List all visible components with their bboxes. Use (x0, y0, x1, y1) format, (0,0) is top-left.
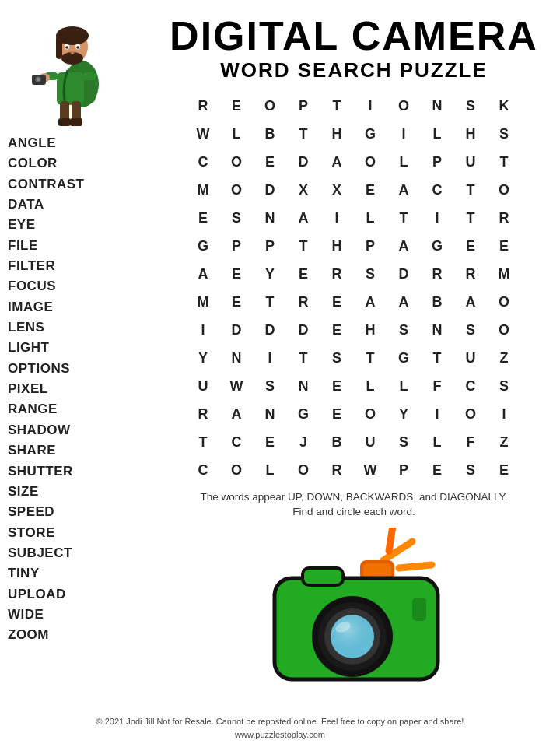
grid-cell: S (454, 456, 487, 484)
grid-cell: L (387, 148, 420, 176)
sub-title: WORD SEARCH PUZZLE (148, 58, 560, 82)
grid-cell: E (354, 176, 387, 204)
svg-point-15 (71, 51, 75, 54)
grid-cell: N (220, 344, 253, 372)
grid-cell: A (387, 232, 420, 260)
grid-cell: M (488, 260, 520, 288)
word-list-item: ZOOM (8, 625, 148, 645)
svg-rect-35 (303, 568, 343, 585)
grid-cell: G (287, 400, 320, 428)
grid-cell: U (454, 344, 487, 372)
grid-cell: P (220, 232, 253, 260)
grid-cell: L (354, 204, 387, 232)
grid-cell: G (421, 232, 453, 260)
grid-cell: O (354, 400, 387, 428)
grid-area: REOPTIONSKWLBTHGILHSCOEDAOLPUTMODXXEACTO… (148, 87, 560, 691)
grid-cell: T (254, 288, 286, 316)
grid-cell: E (320, 288, 353, 316)
grid-cell: A (220, 400, 253, 428)
grid-cell: U (187, 372, 219, 400)
grid-cell: E (220, 288, 253, 316)
word-list-item: FILE (8, 236, 148, 256)
grid-cell: P (354, 232, 387, 260)
grid-cell: T (454, 176, 487, 204)
grid-cell: S (387, 316, 420, 344)
grid-cell: E (320, 316, 353, 344)
grid-cell: R (454, 260, 487, 288)
grid-cell: O (488, 176, 520, 204)
grid-cell: E (220, 92, 253, 120)
grid-cell: C (454, 372, 487, 400)
grid-cell: H (320, 232, 353, 260)
word-list-item: SPEED (8, 502, 148, 522)
grid-cell: E (187, 204, 219, 232)
grid-cell: C (220, 428, 253, 456)
grid-cell: D (254, 316, 286, 344)
word-list-item: IMAGE (8, 297, 148, 317)
grid-cell: T (421, 344, 453, 372)
word-list-item: LENS (8, 317, 148, 338)
grid-cell: E (488, 232, 520, 260)
camera-illustration (245, 528, 463, 691)
grid-cell: O (454, 400, 487, 428)
footer-line2: www.puzzlestoplay.com (0, 728, 560, 742)
grid-cell: L (254, 456, 286, 484)
grid-cell: T (488, 148, 520, 176)
grid-cell: P (387, 456, 420, 484)
grid-cell: O (387, 92, 420, 120)
word-list-item: SHADOW (8, 420, 148, 440)
grid-cell: R (287, 288, 320, 316)
grid-cell: F (454, 428, 487, 456)
grid-cell: J (287, 428, 320, 456)
grid-cell: W (187, 120, 219, 148)
grid-cell: E (254, 148, 286, 176)
grid-cell: E (454, 232, 487, 260)
grid-cell: S (354, 260, 387, 288)
instructions: The words appear UP, DOWN, BACKWARDS, an… (201, 490, 508, 520)
grid-cell: I (387, 120, 420, 148)
grid-cell: X (287, 176, 320, 204)
page-header: DIGITAL CAMERA WORD SEARCH PUZZLE (148, 0, 560, 82)
grid-cell: O (488, 288, 520, 316)
svg-rect-2 (57, 72, 84, 105)
grid-cell: S (387, 428, 420, 456)
grid-cell: T (287, 232, 320, 260)
grid-cell: E (320, 400, 353, 428)
grid-cell: O (220, 456, 253, 484)
grid-cell: N (254, 204, 286, 232)
svg-rect-5 (58, 118, 71, 126)
grid-cell: R (187, 92, 219, 120)
grid-cell: T (354, 344, 387, 372)
grid-cell: S (254, 372, 286, 400)
grid-cell: X (320, 176, 353, 204)
grid-cell: B (320, 428, 353, 456)
grid-cell: P (254, 232, 286, 260)
grid-cell: D (387, 260, 420, 288)
grid-cell: S (220, 204, 253, 232)
word-list-item: WIDE (8, 605, 148, 625)
grid-cell: R (421, 260, 453, 288)
grid-cell: M (187, 288, 219, 316)
grid-cell: A (387, 288, 420, 316)
grid-cell: P (287, 92, 320, 120)
grid-cell: E (320, 372, 353, 400)
footer: © 2021 Jodi Jill Not for Resale. Cannot … (0, 715, 560, 741)
grid-cell: N (421, 92, 453, 120)
grid-cell: A (454, 288, 487, 316)
grid-cell: O (287, 456, 320, 484)
word-list-item: LIGHT (8, 338, 148, 358)
grid-cell: K (488, 92, 520, 120)
grid-cell: C (187, 456, 219, 484)
word-list-item: TINY (8, 563, 148, 584)
grid-cell: O (488, 316, 520, 344)
grid-cell: F (421, 372, 453, 400)
grid-cell: S (454, 316, 487, 344)
grid-cell: W (354, 456, 387, 484)
grid-cell: L (354, 372, 387, 400)
word-list-item: RANGE (8, 399, 148, 419)
grid-cell: C (187, 148, 219, 176)
grid-cell: B (254, 120, 286, 148)
grid-cell: T (320, 92, 353, 120)
grid-cell: T (287, 344, 320, 372)
main-title: DIGITAL CAMERA (148, 14, 560, 58)
